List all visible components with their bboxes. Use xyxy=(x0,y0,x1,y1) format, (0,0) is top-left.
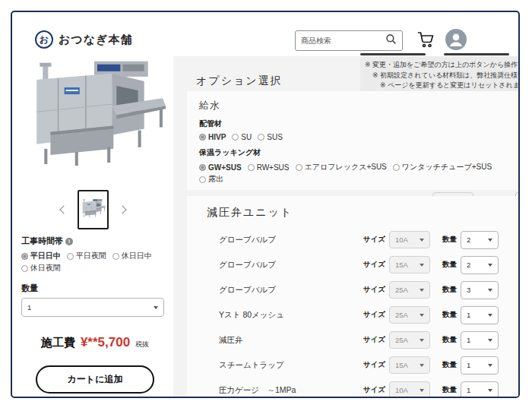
qty-label: 数量 xyxy=(442,385,457,395)
radio-su[interactable]: SU xyxy=(232,133,252,141)
table-row: 減圧弁 サイズ 25A 数量 1 xyxy=(187,327,518,353)
size-select: 10A xyxy=(389,381,430,398)
qty-select[interactable]: 2 xyxy=(461,231,499,249)
piping-label: 配管材 xyxy=(199,119,506,129)
radio-icon xyxy=(21,253,28,260)
radio-hivp[interactable]: HIVP xyxy=(199,133,226,141)
chevron-down-icon xyxy=(488,264,492,267)
quantity-select[interactable]: 1 xyxy=(21,298,164,317)
search-input[interactable] xyxy=(301,36,385,45)
chevron-down-icon xyxy=(488,364,492,367)
user-icon xyxy=(445,41,467,52)
item-name: グローブバルブ xyxy=(219,235,276,245)
carousel-next-icon[interactable] xyxy=(118,205,126,213)
radio-icon xyxy=(258,134,264,141)
info-icon[interactable] xyxy=(65,238,73,245)
water-title: 給水 xyxy=(199,99,506,112)
radio-icon xyxy=(232,134,239,141)
radio-weekday-night[interactable]: 平日夜間 xyxy=(67,251,106,261)
table-row: グローブバルブ サイズ 25A 数量 3 xyxy=(187,277,518,302)
radio-icon xyxy=(199,176,206,183)
page-frame: お おつなぎ本舗 xyxy=(11,11,520,398)
add-to-cart-button[interactable]: カートに追加 xyxy=(36,365,154,394)
work-time-options: 平日日中 平日夜間 休日日中 休日夜間 xyxy=(21,251,169,273)
button-top-edge xyxy=(444,53,509,55)
chevron-down-icon xyxy=(420,289,424,292)
notice-block: ※ 変更・追加をご希望の方は上のボタンから操作下さい ※ 初期設定されている材料… xyxy=(360,56,518,95)
qty-select[interactable]: 1 xyxy=(461,381,499,399)
qty-label: 数量 xyxy=(442,360,457,370)
table-row: Yスト 80メッシュ サイズ 25A 数量 1 xyxy=(187,302,518,327)
size-select: 25A xyxy=(389,306,430,324)
search-icon[interactable] xyxy=(385,33,397,48)
search-box[interactable] xyxy=(295,30,403,51)
notice-line: ※ 変更・追加をご希望の方は上のボタンから操作下さい xyxy=(365,60,518,71)
size-select: 25A xyxy=(389,281,430,299)
page: お おつなぎ本舗 xyxy=(0,0,532,411)
chevron-down-icon xyxy=(154,306,158,309)
radio-holiday-day[interactable]: 休日日中 xyxy=(112,251,152,261)
carousel-prev-icon[interactable] xyxy=(59,205,68,213)
radio-icon xyxy=(21,265,28,272)
radio-sus[interactable]: SUS xyxy=(258,133,283,141)
chevron-down-icon xyxy=(420,339,424,342)
radio-gw-sus[interactable]: GW+SUS xyxy=(199,163,242,172)
chevron-down-icon xyxy=(420,314,424,317)
size-label: サイズ xyxy=(363,310,385,320)
options-title: オプション選択 xyxy=(196,74,283,88)
table-row: スチームトラップ サイズ 15A 数量 1 xyxy=(187,353,518,378)
qty-select[interactable]: 2 xyxy=(461,256,499,274)
table-row: グローブバルブ サイズ 10A 数量 2 xyxy=(187,227,518,252)
size-label: サイズ xyxy=(363,285,385,295)
qty-label: 数量 xyxy=(442,310,457,320)
radio-icon xyxy=(296,164,302,171)
notice-line: ※ 初期設定されている材料類は、弊社推奨仕様です xyxy=(365,71,518,81)
valve-unit-card: 減圧弁ユニット グローブバルブ サイズ 10A xyxy=(187,196,518,397)
size-label: サイズ xyxy=(363,360,385,370)
item-name: グローブバルブ xyxy=(219,260,276,270)
qty-label: 数量 xyxy=(442,260,457,270)
radio-icon xyxy=(199,164,206,171)
tax-note: 税抜 xyxy=(135,340,149,349)
cart-button[interactable] xyxy=(416,30,435,51)
qty-select[interactable]: 1 xyxy=(461,331,499,349)
radio-rw-sus[interactable]: RW+SUS xyxy=(248,163,290,172)
qty-label: 数量 xyxy=(442,235,457,245)
qty-select[interactable]: 1 xyxy=(461,306,499,324)
price-value: ¥**5,700 xyxy=(81,335,130,350)
brand-logo[interactable]: お おつなぎ本舗 xyxy=(35,30,132,49)
chevron-down-icon xyxy=(420,239,424,242)
product-thumbnail[interactable] xyxy=(78,190,109,229)
brand-name: おつなぎ本舗 xyxy=(59,33,132,47)
size-select: 25A xyxy=(389,331,430,349)
radio-onetouch-sus[interactable]: ワンタッチチューブ+SUS xyxy=(393,162,492,172)
lagging-label: 保温ラッキング材 xyxy=(199,147,506,158)
account-button[interactable] xyxy=(445,29,467,50)
work-time-label: 工事時間帯 xyxy=(21,236,63,247)
qty-select[interactable]: 3 xyxy=(461,281,499,299)
thumbnail-carousel xyxy=(12,190,173,229)
item-name: 圧力ゲージ ～1MPa xyxy=(219,385,296,396)
radio-aeroflex-sus[interactable]: エアロフレックス+SUS xyxy=(296,162,387,172)
size-label: サイズ xyxy=(363,385,385,395)
chevron-down-icon xyxy=(488,239,492,242)
chevron-down-icon xyxy=(488,289,492,292)
brand-logo-icon: お xyxy=(35,30,53,49)
valve-unit-title: 減圧弁ユニット xyxy=(207,206,518,220)
chevron-down-icon xyxy=(488,339,492,342)
purchase-panel: 工事時間帯 平日日中 平日夜間 休日日中 休日夜間 xyxy=(21,236,169,398)
table-row: グローブバルブ サイズ 15A 数量 2 xyxy=(187,252,518,277)
size-label: サイズ xyxy=(363,260,385,270)
item-name: スチームトラップ xyxy=(219,360,284,371)
button-top-edge xyxy=(360,53,426,55)
chevron-down-icon xyxy=(420,264,424,267)
radio-exposed[interactable]: 露出 xyxy=(199,174,223,185)
item-name: 減圧弁 xyxy=(219,335,243,346)
radio-weekday-day[interactable]: 平日日中 xyxy=(21,251,61,261)
qty-select[interactable]: 1 xyxy=(461,356,499,375)
chevron-down-icon xyxy=(420,364,424,367)
product-image xyxy=(21,58,167,185)
chevron-down-icon xyxy=(488,314,492,317)
radio-icon xyxy=(67,253,74,260)
radio-holiday-night[interactable]: 休日夜間 xyxy=(21,263,61,273)
